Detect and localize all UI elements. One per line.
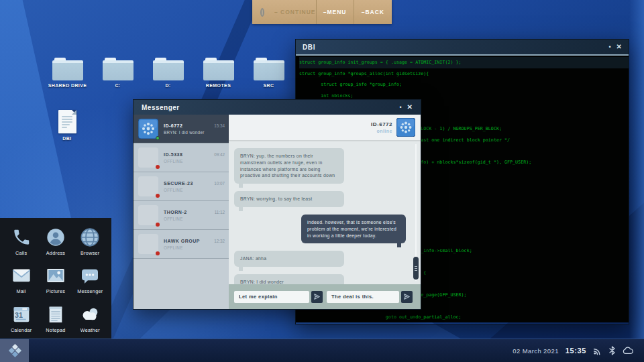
contact-time: 11:12 [215, 210, 225, 215]
folder-icon [254, 58, 284, 80]
notepad-icon [45, 304, 66, 325]
presence-dot-icon [156, 194, 160, 198]
app-messenger[interactable]: Messenger [73, 261, 107, 300]
folder-icon [103, 58, 133, 80]
continue-indicator-icon [260, 8, 264, 17]
envelope-icon [11, 265, 32, 286]
message-text: BRYN: I did wonder [240, 280, 284, 284]
app-weather[interactable]: Weather [73, 300, 107, 339]
close-icon[interactable]: ✕ [407, 104, 413, 111]
contact-name: HAWK GROUP [164, 239, 200, 243]
app-calls[interactable]: Calls [4, 223, 38, 261]
scrollbar-thumb[interactable] [413, 257, 419, 280]
chat-scrollbar [413, 144, 419, 281]
desktop-folder[interactable]: REMOTES [193, 58, 244, 88]
document-icon [58, 110, 76, 133]
presence-dot-icon [156, 223, 160, 227]
contact-list-item[interactable]: ID-5338 09:42 OFFLINE [133, 143, 229, 172]
app-calendar[interactable]: 31 Calendar [4, 300, 38, 339]
chat-header: ID-6772 online [229, 115, 421, 140]
file-label: DBI [62, 136, 71, 141]
globe-icon [79, 227, 101, 248]
contact-list-empty-area [133, 259, 229, 309]
desktop-file-dbi[interactable]: DBI [50, 110, 84, 141]
avatar-emblem-icon [138, 119, 158, 139]
messenger-titlebar[interactable]: Messenger • ✕ [133, 100, 421, 115]
app-sidebar: Calls Address Browser [0, 218, 111, 339]
folder-label: D: [165, 83, 170, 88]
terminal-titlebar[interactable]: DBI • ✕ [296, 40, 629, 56]
folder-label: REMOTES [206, 83, 231, 88]
taskbar-time: 15:35 [566, 347, 586, 355]
send-icon [313, 293, 321, 300]
presence-dot-icon [156, 165, 160, 169]
folder-label: SRC [264, 83, 274, 88]
folder-icon [153, 58, 184, 80]
desktop-folder[interactable]: SRC [244, 58, 294, 88]
send-button[interactable] [311, 291, 323, 303]
menu-button[interactable]: MENU [316, 0, 354, 24]
close-icon[interactable]: ✕ [616, 44, 622, 50]
chat-avatar [396, 118, 415, 137]
message-text: BRYN: worrying, to say the least [240, 196, 312, 201]
game-menu-bar: CONTINUE MENU BACK [252, 0, 392, 24]
continue-button[interactable]: CONTINUE [274, 9, 315, 15]
chat-contact-name: ID-6772 [371, 121, 392, 127]
contact-time: 12:32 [214, 239, 225, 243]
calendar-icon: 31 [11, 304, 32, 325]
folder-icon [203, 58, 234, 80]
person-icon [45, 227, 66, 248]
app-label: Weather [80, 327, 100, 333]
bluetooth-icon[interactable] [608, 346, 616, 355]
desktop-folder[interactable]: C: [93, 58, 143, 88]
reply-input[interactable]: Let me explain [234, 291, 309, 303]
presence-dot-icon [156, 136, 160, 140]
contact-list-item[interactable]: HAWK GROUP 12:32 OFFLINE [133, 230, 229, 258]
app-browser[interactable]: Browser [73, 223, 107, 261]
reply-input[interactable]: The deal is this. [327, 291, 399, 303]
chat-message-bubble: BRYN: I did wonder [234, 274, 344, 284]
app-notepad[interactable]: Notepad [38, 300, 72, 339]
message-text: indeed. however, that is someone else's … [307, 220, 396, 238]
contact-avatar [138, 205, 158, 225]
rss-icon[interactable] [593, 347, 602, 355]
desktop-folder[interactable]: D: [143, 58, 193, 88]
contact-avatar [138, 234, 158, 254]
app-address[interactable]: Address [38, 223, 72, 261]
contact-list-item[interactable]: THORN-2 11:12 OFFLINE [133, 201, 229, 229]
start-button[interactable] [0, 339, 29, 362]
app-pictures[interactable]: Pictures [38, 261, 72, 300]
contact-name: SECURE-23 [164, 181, 193, 186]
app-mail[interactable]: Mail [4, 261, 38, 300]
back-button[interactable]: BACK [354, 0, 392, 24]
system-tray: 02 March 2021 15:35 [513, 346, 644, 355]
chat-message-bubble: JANA: ahha [234, 251, 344, 267]
reply-option-2: The deal is this. [327, 291, 413, 303]
contact-name: THORN-2 [164, 210, 187, 215]
chat-area: ID-6772 online [229, 115, 421, 309]
folder-label: SHARED DRIVE [48, 83, 87, 88]
code-line: struct group_info *groups_alloc(int gids… [299, 68, 629, 80]
contact-status: OFFLINE [164, 159, 225, 164]
code-line: struct group_info *group_info; [299, 79, 629, 90]
cloud-icon[interactable] [623, 347, 633, 355]
app-label: Messenger [77, 288, 103, 294]
chat-bubble-icon [79, 265, 101, 286]
chat-message-bubble: BRYN: yup. the numbers on their mainstre… [234, 148, 344, 184]
message-list: BRYN: yup. the numbers on their mainstre… [229, 140, 421, 284]
messenger-window: Messenger • ✕ [133, 99, 421, 310]
minimize-icon[interactable]: • [399, 105, 401, 111]
contact-list-item[interactable]: ID-6772 15:34 BRYN: I did wonder [133, 115, 229, 143]
cloud-icon [79, 304, 101, 325]
desktop-icons: SHARED DRIVE C: D: REMOTES [42, 58, 294, 88]
send-button[interactable] [401, 291, 413, 303]
contact-time: 09:42 [214, 152, 225, 157]
app-label: Mail [16, 288, 25, 294]
minimize-icon[interactable]: • [608, 44, 610, 50]
contact-name: ID-6772 [164, 123, 182, 128]
contact-list-item[interactable]: SECURE-23 10:07 OFFLINE [133, 172, 229, 200]
reply-option-1: Let me explain [234, 291, 323, 303]
phone-icon [11, 227, 32, 248]
desktop-folder[interactable]: SHARED DRIVE [42, 58, 93, 88]
contact-list: ID-6772 15:34 BRYN: I did wonder [133, 115, 229, 309]
